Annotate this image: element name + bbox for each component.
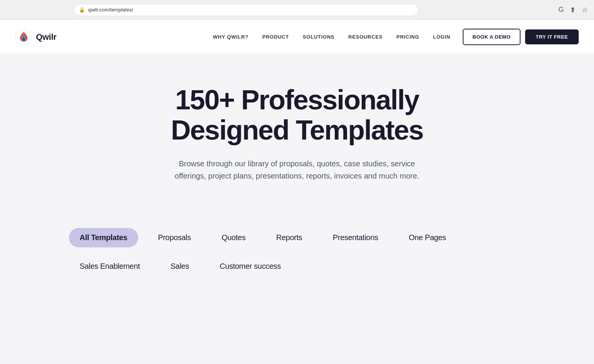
logo-text: Qwilr — [36, 32, 57, 42]
filter-sales-enablement[interactable]: Sales Enablement — [69, 257, 151, 276]
filter-row-1: All Templates Proposals Quotes Reports P… — [69, 228, 525, 247]
filter-proposals[interactable]: Proposals — [147, 228, 202, 247]
nav-buttons: BOOK A DEMO TRY IT FREE — [463, 29, 579, 45]
nav-link-why-qwilr[interactable]: WHY QWILR? — [213, 34, 248, 40]
book-demo-button[interactable]: BOOK A DEMO — [463, 29, 521, 45]
logo-icon — [15, 29, 32, 46]
filter-presentations[interactable]: Presentations — [322, 228, 389, 247]
filter-row-2: Sales Enablement Sales Customer success — [69, 257, 525, 276]
hero-subtitle: Browse through our library of proposals,… — [163, 158, 431, 182]
filter-sales[interactable]: Sales — [160, 257, 200, 276]
nav-link-login[interactable]: LOGIN — [433, 34, 450, 40]
navigation: Qwilr WHY QWILR? PRODUCT SOLUTIONS RESOU… — [0, 20, 594, 54]
hero-title: 150+ Professionally Designed Templates — [125, 85, 469, 145]
nav-link-resources[interactable]: RESOURCES — [348, 34, 383, 40]
filter-reports[interactable]: Reports — [266, 228, 313, 247]
filter-quotes[interactable]: Quotes — [211, 228, 256, 247]
lock-icon: 🔒 — [79, 7, 85, 13]
nav-link-solutions[interactable]: SOLUTIONS — [303, 34, 335, 40]
nav-link-pricing[interactable]: PRICING — [397, 34, 419, 40]
hero-section: 150+ Professionally Designed Templates B… — [0, 54, 594, 205]
address-bar[interactable]: 🔒 qwilr.com/templates/ — [74, 4, 418, 16]
browser-chrome: 🔒 qwilr.com/templates/ G ⬆ ☆ — [0, 0, 594, 20]
logo-link[interactable]: Qwilr — [15, 29, 57, 46]
browser-icons: G ⬆ ☆ — [558, 6, 588, 14]
try-free-button[interactable]: TRY IT FREE — [525, 29, 579, 44]
nav-links: WHY QWILR? PRODUCT SOLUTIONS RESOURCES P… — [213, 34, 450, 40]
filter-all-templates[interactable]: All Templates — [69, 228, 138, 247]
nav-link-product[interactable]: PRODUCT — [262, 34, 289, 40]
bookmark-icon[interactable]: ☆ — [582, 6, 588, 14]
share-icon[interactable]: ⬆ — [570, 6, 576, 14]
url-text: qwilr.com/templates/ — [88, 7, 133, 13]
google-icon[interactable]: G — [558, 6, 564, 14]
filter-one-pages[interactable]: One Pages — [398, 228, 457, 247]
filter-customer-success[interactable]: Customer success — [209, 257, 292, 276]
filter-section: All Templates Proposals Quotes Reports P… — [0, 205, 594, 276]
